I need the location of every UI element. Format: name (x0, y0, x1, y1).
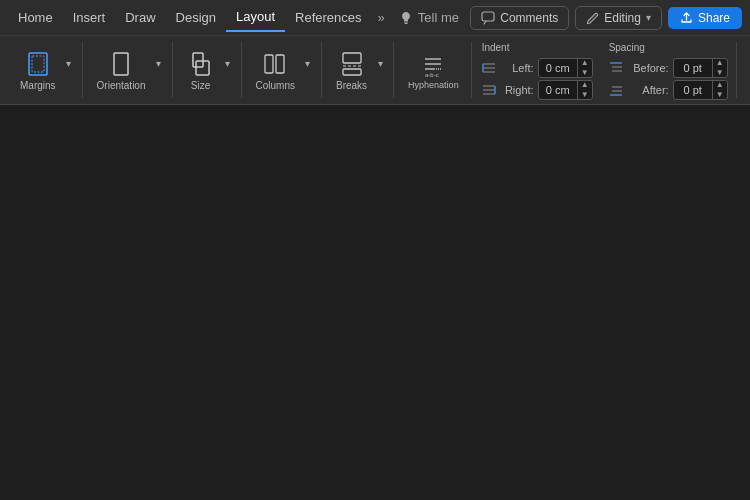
tab-home[interactable]: Home (8, 4, 63, 31)
indent-left-up[interactable]: ▲ (578, 58, 592, 68)
indent-left-row: Left: ▲ ▼ (482, 58, 593, 78)
spacing-title: Spacing (609, 42, 728, 53)
spacing-after-down[interactable]: ▼ (713, 90, 727, 100)
svg-rect-10 (343, 53, 361, 63)
tell-me-label[interactable]: Tell me (418, 10, 459, 25)
svg-rect-6 (193, 53, 203, 67)
spacing-section: Spacing Before: ▲ ▼ (609, 42, 728, 100)
breaks-label: Breaks (336, 80, 367, 91)
spacing-after-input[interactable] (674, 84, 712, 96)
indent-left-input-wrap: ▲ ▼ (538, 58, 593, 78)
share-button[interactable]: Share (668, 7, 742, 29)
indent-left-spinners: ▲ ▼ (577, 58, 592, 78)
margins-button[interactable]: Margins (16, 48, 60, 93)
editing-button[interactable]: Editing ▾ (575, 6, 662, 30)
indent-right-label: Right: (500, 84, 534, 96)
hyphenation-icon: a-b-c (419, 50, 447, 78)
margins-label: Margins (20, 80, 56, 91)
tab-layout[interactable]: Layout (226, 3, 285, 32)
breaks-dropdown[interactable]: ▾ (375, 58, 385, 83)
indent-left-label: Left: (500, 62, 534, 74)
svg-rect-4 (32, 56, 44, 72)
ribbon-group-orientation: Orientation ▾ (85, 42, 173, 98)
header-right-buttons: Comments Editing ▾ Share (470, 6, 742, 30)
lightbulb-icon (399, 11, 413, 25)
size-icon (187, 50, 215, 78)
breaks-button[interactable]: Breaks (332, 48, 371, 93)
svg-rect-12 (343, 69, 361, 75)
tab-insert[interactable]: Insert (63, 4, 116, 31)
spacing-after-row: After: ▲ ▼ (609, 80, 728, 100)
ribbon: Margins ▾ Orientation ▾ (0, 36, 750, 104)
svg-rect-9 (276, 55, 284, 73)
indent-section: Indent Left: ▲ (482, 42, 593, 100)
size-label: Size (191, 80, 210, 91)
size-dropdown[interactable]: ▾ (223, 58, 233, 83)
spacing-before-down[interactable]: ▼ (713, 68, 727, 78)
size-button[interactable]: Size (183, 48, 219, 93)
columns-button[interactable]: Columns (252, 48, 299, 93)
indent-left-input[interactable] (539, 62, 577, 74)
indent-left-icon (482, 61, 496, 75)
share-label: Share (698, 11, 730, 25)
ribbon-group-hyphenation: a-b-c Hyphenation (396, 42, 472, 98)
ribbon-group-arrange: ▾ Arrange (739, 42, 750, 98)
spacing-before-row: Before: ▲ ▼ (609, 58, 728, 78)
margins-icon (24, 50, 52, 78)
arrange-button[interactable] (747, 45, 750, 85)
tab-references[interactable]: References (285, 4, 371, 31)
spacing-after-spinners: ▲ ▼ (712, 80, 727, 100)
svg-rect-2 (482, 12, 494, 21)
ribbon-group-columns: Columns ▾ (244, 42, 322, 98)
orientation-label: Orientation (97, 80, 146, 91)
svg-rect-0 (404, 21, 408, 22)
spacing-before-input[interactable] (674, 62, 712, 74)
tab-bar: Home Insert Draw Design Layout Reference… (0, 0, 750, 36)
svg-rect-8 (265, 55, 273, 73)
indent-right-up[interactable]: ▲ (578, 80, 592, 90)
indent-right-spinners: ▲ ▼ (577, 80, 592, 100)
indent-right-icon (482, 83, 496, 97)
spacing-before-icon (609, 61, 623, 75)
columns-dropdown[interactable]: ▾ (303, 58, 313, 83)
indent-title: Indent (482, 42, 593, 53)
pencil-icon (586, 11, 599, 24)
margins-dropdown[interactable]: ▾ (64, 58, 74, 83)
comments-icon (481, 11, 495, 25)
tab-more[interactable]: » (372, 4, 391, 31)
columns-icon (261, 50, 289, 78)
indent-spacing-group: Indent Left: ▲ (474, 42, 737, 98)
comments-button[interactable]: Comments (470, 6, 569, 30)
svg-text:a-b-c: a-b-c (425, 72, 439, 77)
spacing-before-label: Before: (627, 62, 669, 74)
indent-right-down[interactable]: ▼ (578, 90, 592, 100)
chevron-down-icon: ▾ (646, 12, 651, 23)
indent-right-row: Right: ▲ ▼ (482, 80, 593, 100)
spacing-before-input-wrap: ▲ ▼ (673, 58, 728, 78)
indent-right-input[interactable] (539, 84, 577, 96)
tab-design[interactable]: Design (166, 4, 226, 31)
spacing-after-up[interactable]: ▲ (713, 80, 727, 90)
comments-label: Comments (500, 11, 558, 25)
tab-draw[interactable]: Draw (115, 4, 165, 31)
page-area (0, 105, 750, 500)
toolbar-container: Home Insert Draw Design Layout Reference… (0, 0, 750, 105)
svg-rect-5 (114, 53, 128, 75)
ribbon-group-size: Size ▾ (175, 42, 242, 98)
svg-rect-1 (404, 23, 407, 24)
spacing-before-up[interactable]: ▲ (713, 58, 727, 68)
ribbon-group-margins: Margins ▾ (8, 42, 83, 98)
editing-label: Editing (604, 11, 641, 25)
spacing-before-spinners: ▲ ▼ (712, 58, 727, 78)
tell-me-section[interactable]: Tell me (391, 6, 467, 29)
spacing-after-input-wrap: ▲ ▼ (673, 80, 728, 100)
spacing-after-icon (609, 83, 623, 97)
columns-label: Columns (256, 80, 295, 91)
arrange-label: Arrange (747, 87, 750, 98)
orientation-dropdown[interactable]: ▾ (154, 58, 164, 83)
orientation-button[interactable]: Orientation (93, 48, 150, 93)
hyphenation-button[interactable]: a-b-c Hyphenation (404, 48, 463, 92)
orientation-icon (107, 50, 135, 78)
spacing-after-label: After: (627, 84, 669, 96)
indent-left-down[interactable]: ▼ (578, 68, 592, 78)
